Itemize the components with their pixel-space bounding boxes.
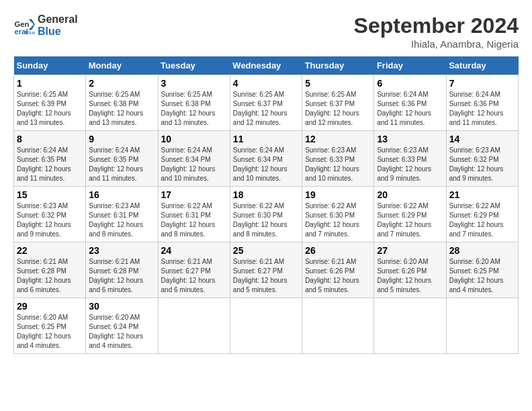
day-number: 7 (449, 78, 515, 89)
day-info: Sunrise: 6:20 AM Sunset: 6:25 PM Dayligh… (449, 257, 515, 295)
day-cell-3: 3 Sunrise: 6:25 AM Sunset: 6:38 PM Dayli… (158, 75, 230, 131)
title-block: September 2024 Ihiala, Anambra, Nigeria (354, 13, 519, 50)
month-year: September 2024 (354, 13, 519, 38)
empty-cell (158, 298, 230, 354)
day-number: 10 (161, 134, 227, 144)
logo-line2: Blue (38, 26, 78, 38)
svg-marker-2 (28, 19, 35, 30)
day-info: Sunrise: 6:21 AM Sunset: 6:28 PM Dayligh… (89, 257, 154, 295)
day-cell-21: 21 Sunrise: 6:22 AM Sunset: 6:29 PM Dayl… (446, 187, 518, 242)
empty-cell (374, 298, 446, 354)
day-number: 23 (89, 245, 154, 256)
day-cell-17: 17 Sunrise: 6:22 AM Sunset: 6:31 PM Dayl… (158, 187, 230, 242)
col-header-saturday: Saturday (446, 56, 518, 75)
col-header-monday: Monday (86, 56, 158, 75)
day-info: Sunrise: 6:23 AM Sunset: 6:32 PM Dayligh… (17, 201, 83, 239)
day-info: Sunrise: 6:25 AM Sunset: 6:37 PM Dayligh… (305, 90, 371, 128)
day-cell-26: 26 Sunrise: 6:21 AM Sunset: 6:26 PM Dayl… (302, 242, 374, 298)
day-number: 11 (233, 134, 299, 144)
day-number: 27 (377, 245, 443, 256)
col-header-wednesday: Wednesday (230, 56, 302, 75)
day-number: 24 (161, 245, 227, 256)
day-cell-30: 30 Sunrise: 6:20 AM Sunset: 6:24 PM Dayl… (86, 298, 158, 354)
day-number: 19 (305, 189, 371, 200)
day-cell-10: 10 Sunrise: 6:24 AM Sunset: 6:34 PM Dayl… (158, 131, 230, 187)
col-header-friday: Friday (374, 56, 446, 75)
day-info: Sunrise: 6:22 AM Sunset: 6:30 PM Dayligh… (305, 201, 371, 239)
col-header-tuesday: Tuesday (158, 56, 230, 75)
day-info: Sunrise: 6:22 AM Sunset: 6:29 PM Dayligh… (449, 201, 515, 239)
day-cell-28: 28 Sunrise: 6:20 AM Sunset: 6:25 PM Dayl… (446, 242, 518, 298)
day-info: Sunrise: 6:23 AM Sunset: 6:33 PM Dayligh… (305, 146, 371, 183)
day-cell-16: 16 Sunrise: 6:23 AM Sunset: 6:31 PM Dayl… (86, 187, 158, 242)
empty-cell (302, 298, 374, 354)
day-info: Sunrise: 6:22 AM Sunset: 6:29 PM Dayligh… (377, 201, 443, 239)
page-header: Gen eral Blue General Blue September 202… (13, 13, 519, 50)
day-cell-2: 2 Sunrise: 6:25 AM Sunset: 6:38 PM Dayli… (86, 75, 158, 131)
day-cell-29: 29 Sunrise: 6:20 AM Sunset: 6:25 PM Dayl… (14, 298, 86, 354)
day-number: 8 (17, 134, 83, 144)
day-info: Sunrise: 6:23 AM Sunset: 6:32 PM Dayligh… (449, 146, 515, 183)
day-cell-18: 18 Sunrise: 6:22 AM Sunset: 6:30 PM Dayl… (230, 187, 302, 242)
day-info: Sunrise: 6:21 AM Sunset: 6:26 PM Dayligh… (305, 257, 371, 295)
day-number: 16 (89, 189, 154, 200)
logo-line1: General (38, 13, 78, 26)
day-cell-6: 6 Sunrise: 6:24 AM Sunset: 6:36 PM Dayli… (374, 75, 446, 131)
day-info: Sunrise: 6:24 AM Sunset: 6:34 PM Dayligh… (161, 146, 227, 183)
day-info: Sunrise: 6:20 AM Sunset: 6:24 PM Dayligh… (89, 313, 154, 351)
day-cell-9: 9 Sunrise: 6:24 AM Sunset: 6:35 PM Dayli… (86, 131, 158, 187)
day-info: Sunrise: 6:21 AM Sunset: 6:27 PM Dayligh… (161, 257, 227, 295)
day-number: 22 (17, 245, 83, 256)
day-info: Sunrise: 6:25 AM Sunset: 6:38 PM Dayligh… (89, 90, 154, 128)
empty-cell (446, 298, 518, 354)
day-cell-4: 4 Sunrise: 6:25 AM Sunset: 6:37 PM Dayli… (230, 75, 302, 131)
day-number: 14 (449, 134, 515, 144)
day-number: 28 (449, 245, 515, 256)
day-info: Sunrise: 6:22 AM Sunset: 6:31 PM Dayligh… (161, 201, 227, 239)
col-header-sunday: Sunday (14, 56, 86, 75)
day-info: Sunrise: 6:23 AM Sunset: 6:31 PM Dayligh… (89, 201, 154, 239)
day-cell-7: 7 Sunrise: 6:24 AM Sunset: 6:36 PM Dayli… (446, 75, 518, 131)
day-info: Sunrise: 6:21 AM Sunset: 6:28 PM Dayligh… (17, 257, 83, 295)
day-number: 26 (305, 245, 371, 256)
day-cell-12: 12 Sunrise: 6:23 AM Sunset: 6:33 PM Dayl… (302, 131, 374, 187)
day-number: 13 (377, 134, 443, 144)
day-info: Sunrise: 6:22 AM Sunset: 6:30 PM Dayligh… (233, 201, 299, 239)
calendar-table: SundayMondayTuesdayWednesdayThursdayFrid… (13, 56, 519, 354)
day-number: 5 (305, 78, 371, 89)
day-cell-11: 11 Sunrise: 6:24 AM Sunset: 6:34 PM Dayl… (230, 131, 302, 187)
day-cell-14: 14 Sunrise: 6:23 AM Sunset: 6:32 PM Dayl… (446, 131, 518, 187)
day-number: 15 (17, 189, 83, 200)
day-number: 9 (89, 134, 154, 144)
day-cell-8: 8 Sunrise: 6:24 AM Sunset: 6:35 PM Dayli… (14, 131, 86, 187)
day-number: 17 (161, 189, 227, 200)
day-info: Sunrise: 6:21 AM Sunset: 6:27 PM Dayligh… (233, 257, 299, 295)
svg-text:Gen: Gen (15, 19, 30, 28)
day-cell-13: 13 Sunrise: 6:23 AM Sunset: 6:33 PM Dayl… (374, 131, 446, 187)
day-info: Sunrise: 6:24 AM Sunset: 6:35 PM Dayligh… (17, 146, 83, 183)
day-number: 25 (233, 245, 299, 256)
day-number: 12 (305, 134, 371, 144)
day-cell-24: 24 Sunrise: 6:21 AM Sunset: 6:27 PM Dayl… (158, 242, 230, 298)
day-info: Sunrise: 6:25 AM Sunset: 6:37 PM Dayligh… (233, 90, 299, 128)
day-number: 20 (377, 189, 443, 200)
day-info: Sunrise: 6:24 AM Sunset: 6:34 PM Dayligh… (233, 146, 299, 183)
day-number: 1 (17, 78, 83, 89)
day-cell-20: 20 Sunrise: 6:22 AM Sunset: 6:29 PM Dayl… (374, 187, 446, 242)
col-header-thursday: Thursday (302, 56, 374, 75)
day-cell-22: 22 Sunrise: 6:21 AM Sunset: 6:28 PM Dayl… (14, 242, 86, 298)
day-cell-1: 1 Sunrise: 6:25 AM Sunset: 6:39 PM Dayli… (14, 75, 86, 131)
day-cell-15: 15 Sunrise: 6:23 AM Sunset: 6:32 PM Dayl… (14, 187, 86, 242)
day-number: 2 (89, 78, 154, 89)
day-number: 21 (449, 189, 515, 200)
day-number: 18 (233, 189, 299, 200)
day-cell-25: 25 Sunrise: 6:21 AM Sunset: 6:27 PM Dayl… (230, 242, 302, 298)
empty-cell (230, 298, 302, 354)
svg-text:Blue: Blue (26, 29, 35, 35)
day-number: 3 (161, 78, 227, 89)
day-info: Sunrise: 6:24 AM Sunset: 6:36 PM Dayligh… (449, 90, 515, 128)
day-info: Sunrise: 6:20 AM Sunset: 6:25 PM Dayligh… (17, 313, 83, 351)
day-cell-19: 19 Sunrise: 6:22 AM Sunset: 6:30 PM Dayl… (302, 187, 374, 242)
logo: Gen eral Blue General Blue (13, 13, 78, 37)
day-cell-27: 27 Sunrise: 6:20 AM Sunset: 6:26 PM Dayl… (374, 242, 446, 298)
